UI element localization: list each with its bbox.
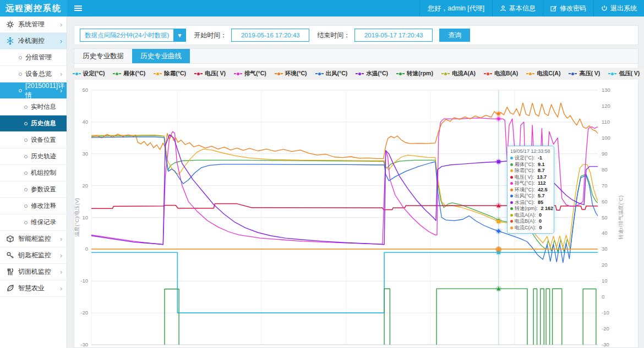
legend-item-0[interactable]: 设定(°C)	[73, 70, 105, 78]
sidebar-item-8[interactable]: 历史轨迹	[0, 148, 67, 165]
legend-item-10[interactable]: 电流B(A)	[484, 70, 518, 78]
end-time-input[interactable]	[354, 29, 433, 42]
tooltip-row-3: 电压( V): 13.7	[510, 174, 551, 181]
legend-item-7[interactable]: 水温(°C)	[356, 70, 388, 78]
svg-text:50: 50	[82, 87, 88, 93]
tooltip-rows: 设定(°C): -1厢体(°C): 9.1除霜(°C): 8.7电压( V): …	[510, 155, 551, 231]
sidebar-item-2[interactable]: 分组管理	[0, 49, 67, 66]
legend-marker-icon	[569, 73, 577, 75]
legend-item-2[interactable]: 除霜(°C)	[154, 70, 186, 78]
legend-item-13[interactable]: 低压( V)	[608, 70, 640, 78]
svg-text:70: 70	[602, 183, 608, 189]
history-curve-chart[interactable]: 19/05/17 12:33:58 设定(°C): -1厢体(°C): 9.1除…	[74, 81, 638, 348]
tab-history-data[interactable]: 历史专业数据	[74, 49, 132, 63]
sidebar-item-label: 历史信息	[31, 119, 56, 128]
svg-text:10: 10	[82, 214, 88, 220]
tab-history-curve[interactable]: 历史专业曲线	[132, 49, 190, 63]
tooltip-row-1: 厢体(°C): 9.1	[510, 162, 551, 168]
sidebar-item-label: 历史轨迹	[31, 152, 56, 161]
legend-item-12[interactable]: 高压( V)	[569, 70, 600, 78]
hamburger-icon	[74, 4, 82, 12]
chart-tooltip: 19/05/17 12:33:58 设定(°C): -1厢体(°C): 9.1除…	[507, 146, 554, 234]
query-button[interactable]: 查询	[439, 29, 470, 42]
legend-marker-icon	[315, 73, 324, 75]
header-menu-item-0[interactable]: 基本信息	[492, 0, 543, 16]
sidebar-item-11[interactable]: 修改注释	[0, 198, 67, 214]
series-dot-icon	[510, 169, 513, 172]
power-icon	[601, 5, 608, 12]
legend-marker-icon	[356, 73, 364, 75]
user-icon	[500, 5, 506, 12]
legend-item-3[interactable]: 电压( V)	[194, 70, 226, 78]
svg-text:30: 30	[602, 246, 608, 252]
sidebar-item-4[interactable]: [20150011]详情›	[0, 82, 67, 99]
legend-marker-icon	[608, 73, 616, 75]
sidebar-item-9[interactable]: 机组控制	[0, 165, 67, 181]
tooltip-row-7: 水温(°C): 85	[510, 200, 551, 206]
filter-bar: 数据点间隔2分钟(24小时数据) ▼ 开始时间： 结束时间： 查询	[74, 25, 638, 45]
series-line-8	[91, 289, 598, 346]
bullet-icon	[24, 205, 28, 208]
svg-text:40: 40	[602, 230, 608, 236]
history-panel: 历史专业数据 历史专业曲线 设定(°C)厢体(°C)除霜(°C)电压( V)排气…	[74, 48, 638, 348]
chevron-right-icon: ›	[60, 285, 62, 292]
legend-marker-icon	[194, 73, 203, 75]
bullet-icon	[19, 89, 22, 92]
sidebar-item-10[interactable]: 参数设置	[0, 181, 67, 198]
tooltip-row-11: 电流C(A): 0	[510, 225, 551, 231]
bullet-icon	[24, 172, 28, 175]
legend-marker-icon	[113, 73, 121, 75]
bullet-icon	[19, 73, 22, 76]
sidebar-item-16[interactable]: 智慧农业›	[0, 280, 67, 297]
sidebar-item-label: 参数设置	[31, 185, 56, 194]
series-dot-icon	[510, 214, 513, 217]
tooltip-row-2: 除霜(°C): 8.7	[510, 168, 551, 174]
menu-toggle-button[interactable]	[67, 0, 89, 16]
bullet-icon	[24, 155, 28, 158]
sidebar-item-12[interactable]: 维保记录	[0, 214, 67, 231]
legend-item-1[interactable]: 厢体(°C)	[113, 70, 145, 78]
series-dot-icon	[510, 176, 513, 179]
legend-marker-icon	[73, 73, 81, 75]
legend-item-11[interactable]: 电流C(A)	[526, 70, 560, 78]
interval-select[interactable]: 数据点间隔2分钟(24小时数据) ▼	[80, 29, 186, 42]
svg-text:-20: -20	[602, 325, 609, 332]
legend-item-4[interactable]: 排气(°C)	[234, 70, 266, 78]
tooltip-row-10: 电流B(A): 0	[510, 218, 551, 225]
legend-item-6[interactable]: 出风(°C)	[315, 70, 348, 78]
gear-icon	[6, 20, 14, 29]
tooltip-row-8: 转速(rpm): 2 162	[510, 206, 551, 212]
sidebar-item-label: 设备位置	[31, 136, 56, 144]
sidebar-item-0[interactable]: 系统管理›	[0, 16, 67, 33]
legend-item-8[interactable]: 转速(rpm)	[396, 70, 433, 78]
sidebar-item-label: 修改注释	[31, 202, 56, 210]
svg-text:-30: -30	[80, 341, 88, 347]
chevron-right-icon: ›	[60, 21, 62, 29]
svg-text:-10: -10	[602, 310, 609, 316]
sidebar-item-1[interactable]: 冷机测控›	[0, 33, 67, 49]
legend-marker-icon	[234, 73, 242, 75]
sidebar-item-7[interactable]: 设备位置	[0, 132, 67, 148]
sidebar-item-15[interactable]: 切面机监控›	[0, 264, 67, 280]
series-dot-icon	[510, 157, 513, 159]
series-dot-icon	[510, 163, 513, 166]
header-menu-item-1[interactable]: 修改密码	[543, 0, 593, 16]
sidebar-item-6[interactable]: 历史信息	[0, 115, 67, 132]
sidebar-item-13[interactable]: 智能柜监控›	[0, 231, 67, 247]
legend-item-9[interactable]: 电流A(A)	[441, 70, 476, 78]
snowflake-icon	[6, 37, 14, 45]
sidebar-item-5[interactable]: 实时信息	[0, 99, 67, 115]
start-time-label: 开始时间：	[194, 31, 227, 40]
sidebar-item-3[interactable]: 设备总览›	[0, 66, 67, 82]
series-dot-icon	[510, 195, 513, 197]
chevron-right-icon: ›	[60, 252, 62, 259]
sidebar-item-14[interactable]: 钥匙柜监控›	[0, 247, 67, 264]
chevron-right-icon: ›	[60, 235, 62, 243]
chevron-down-icon[interactable]: ▼	[173, 29, 185, 41]
start-time-input[interactable]	[231, 29, 309, 42]
app-title: 远程测控系统	[0, 0, 67, 16]
header-menu-item-2[interactable]: 退出系统	[593, 0, 644, 16]
tooltip-row-9: 电流A(A): 0	[510, 212, 551, 219]
legend-item-5[interactable]: 环境(°C)	[275, 70, 307, 78]
svg-text:120: 120	[602, 103, 610, 109]
